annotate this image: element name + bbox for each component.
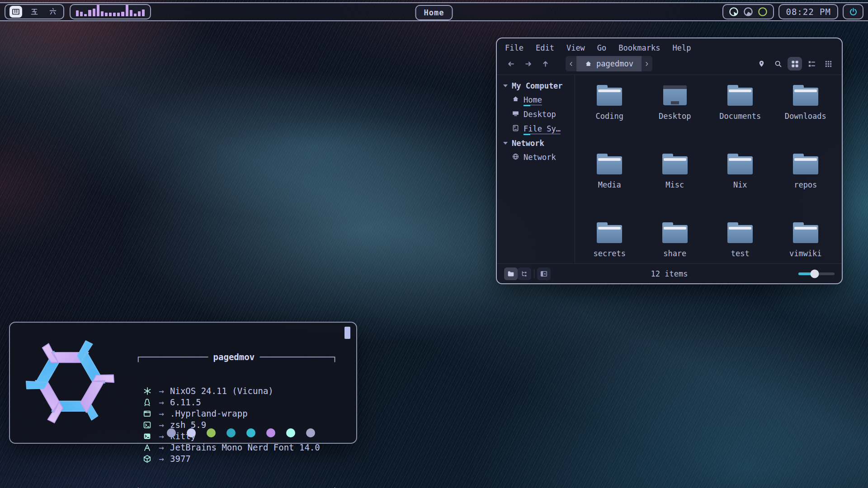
- expander-icon: [503, 142, 508, 145]
- visualizer-bar: [138, 11, 141, 16]
- fetch-row: →NixOS 24.11 (Vicuna): [136, 385, 346, 397]
- visualizer-bar: [126, 5, 128, 16]
- places-pane-button[interactable]: [504, 267, 518, 280]
- path-bar: pagedmov: [566, 56, 652, 71]
- sidebar-item-desktop[interactable]: Desktop: [503, 107, 575, 122]
- items-count: 12 items: [651, 269, 688, 278]
- packages-icon: [141, 455, 153, 463]
- visualizer-bar: [76, 10, 79, 16]
- folder-icon: [727, 154, 753, 174]
- visualizer-bar: [101, 11, 104, 16]
- path-scroll-left[interactable]: [566, 56, 576, 71]
- menu-go[interactable]: Go: [597, 43, 606, 52]
- folder-icon: [662, 222, 688, 243]
- slider-knob[interactable]: [811, 269, 819, 278]
- power-icon: [849, 7, 858, 17]
- menu-help[interactable]: Help: [672, 43, 691, 52]
- nix-snowflake-icon: [141, 387, 153, 395]
- file-item-coding[interactable]: Coding: [577, 78, 642, 146]
- sidebar-item-home[interactable]: Home: [503, 93, 575, 107]
- fetch-value: 3977: [170, 453, 191, 465]
- visualizer-bar: [105, 13, 108, 17]
- sidebar-section-my-computer[interactable]: My Computer: [503, 79, 575, 93]
- compact-view-button[interactable]: [804, 57, 819, 70]
- menu-bar: FileEditViewGoBookmarksHelp: [497, 38, 842, 54]
- button-separator: [534, 269, 534, 278]
- location-pin-button[interactable]: [754, 57, 769, 70]
- file-item-documents[interactable]: Documents: [708, 78, 773, 146]
- forward-button[interactable]: [520, 57, 536, 70]
- arrow-glyph: →: [153, 385, 170, 397]
- file-item-share[interactable]: share: [642, 215, 708, 263]
- folder-grid: CodingDesktopDocumentsDownloadsMediaMisc…: [575, 75, 842, 263]
- menu-edit[interactable]: Edit: [536, 43, 554, 52]
- nixos-logo: [22, 333, 118, 430]
- path-segment-home[interactable]: pagedmov: [576, 56, 642, 71]
- fetch-row: →6.11.5: [136, 397, 346, 408]
- icon-zoom-slider[interactable]: [798, 272, 835, 275]
- sidebar-section-network[interactable]: Network: [503, 136, 575, 150]
- menu-bookmarks[interactable]: Bookmarks: [618, 43, 660, 52]
- grid-view-button[interactable]: [788, 57, 802, 70]
- file-item-secrets[interactable]: secrets: [577, 215, 642, 263]
- power-button[interactable]: [843, 4, 863, 19]
- home-icon: [585, 60, 592, 68]
- file-item-downloads[interactable]: Downloads: [773, 78, 839, 146]
- dir-tree-pane-button[interactable]: [518, 267, 531, 280]
- terminal-color-palette: [136, 428, 346, 437]
- cpu-ring: [728, 6, 739, 17]
- file-item-label: Misc: [665, 180, 684, 190]
- folder-icon: [727, 222, 753, 243]
- visualizer-bar: [121, 12, 124, 16]
- file-item-label: Media: [598, 180, 621, 190]
- focused-window-title[interactable]: Home: [415, 5, 453, 20]
- arrow-glyph: →: [153, 453, 170, 465]
- sidebar-item-network[interactable]: Network: [503, 150, 575, 164]
- file-item-label: secrets: [593, 249, 626, 258]
- top-status-bar: Home 08:22 PM: [0, 2, 868, 21]
- desktop-icon: [663, 85, 687, 106]
- back-button[interactable]: [503, 57, 519, 70]
- visualizer-bar: [142, 9, 145, 16]
- file-item-test[interactable]: test: [708, 215, 773, 263]
- menu-file[interactable]: File: [505, 43, 524, 52]
- path-scroll-right[interactable]: [642, 56, 652, 71]
- file-item-nix[interactable]: Nix: [708, 146, 773, 215]
- file-item-media[interactable]: Media: [577, 146, 642, 215]
- fetch-value: NixOS 24.11 (Vicuna): [170, 385, 274, 397]
- globe-icon: [512, 153, 519, 162]
- workspace-switcher[interactable]: [5, 4, 64, 19]
- side-pane-toggle-button[interactable]: [537, 267, 551, 280]
- up-button[interactable]: [538, 57, 553, 70]
- search-button[interactable]: [771, 57, 785, 70]
- visualizer-bar: [134, 14, 137, 16]
- folder-icon: [597, 222, 622, 243]
- workspace-3[interactable]: [47, 6, 59, 18]
- fastfetch-output: ┌───────────── pagedmov ──────────────┐ …: [136, 329, 346, 488]
- workspace-1[interactable]: [9, 6, 22, 18]
- visualizer-bar: [93, 9, 95, 16]
- system-monitor-rings: [722, 4, 774, 19]
- file-item-misc[interactable]: Misc: [642, 146, 708, 215]
- sidebar-item-label: Home: [524, 95, 542, 105]
- folder-icon: [793, 222, 818, 243]
- file-item-desktop[interactable]: Desktop: [642, 78, 708, 146]
- thumbnail-view-button[interactable]: [821, 57, 835, 70]
- file-item-vimwiki[interactable]: vimwiki: [773, 215, 839, 263]
- fetch-row: →3977: [136, 453, 346, 465]
- palette-dot: [266, 428, 275, 437]
- workspace-2[interactable]: [28, 6, 41, 18]
- sidebar-item-filesy[interactable]: File Sy…: [503, 122, 575, 136]
- fetch-hostname: pagedmov: [208, 352, 259, 362]
- audio-visualizer: [70, 4, 151, 19]
- file-item-label: vimwiki: [789, 249, 822, 258]
- places-sidebar: My ComputerHomeDesktopFile Sy…NetworkNet…: [497, 75, 575, 263]
- up-icon: [541, 59, 550, 69]
- window-body: My ComputerHomeDesktopFile Sy…NetworkNet…: [497, 75, 842, 263]
- arrow-glyph: →: [153, 408, 170, 419]
- terminal-window[interactable]: ┌───────────── pagedmov ──────────────┐ …: [9, 322, 357, 444]
- file-item-label: Documents: [719, 111, 761, 121]
- file-item-repos[interactable]: repos: [773, 146, 839, 215]
- folder-icon: [727, 85, 753, 106]
- menu-view[interactable]: View: [566, 43, 585, 52]
